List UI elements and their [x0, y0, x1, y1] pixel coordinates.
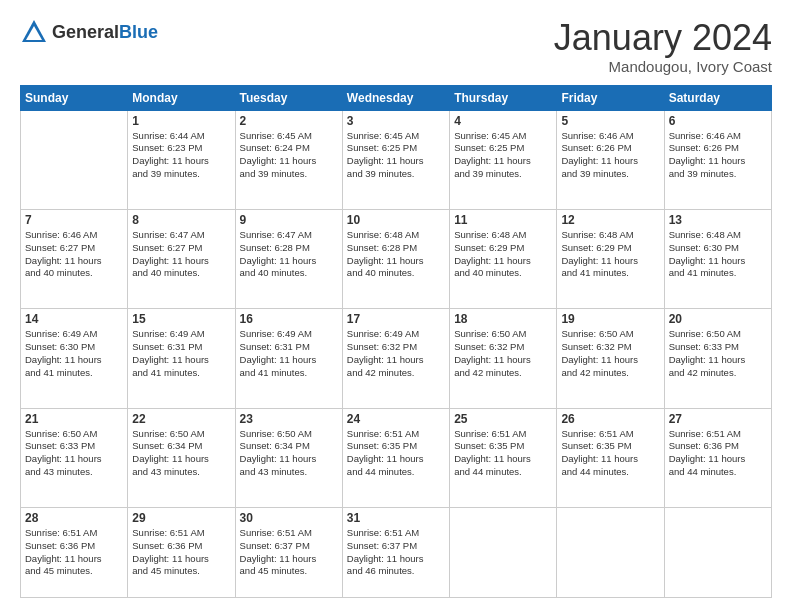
- table-row: 25Sunrise: 6:51 AMSunset: 6:35 PMDayligh…: [450, 408, 557, 507]
- page: GeneralBlue January 2024 Mandougou, Ivor…: [0, 0, 792, 612]
- table-row: 31Sunrise: 6:51 AMSunset: 6:37 PMDayligh…: [342, 508, 449, 598]
- col-sunday: Sunday: [21, 85, 128, 110]
- day-number: 18: [454, 312, 552, 326]
- day-info: Sunrise: 6:50 AMSunset: 6:32 PMDaylight:…: [454, 328, 552, 379]
- day-number: 11: [454, 213, 552, 227]
- col-wednesday: Wednesday: [342, 85, 449, 110]
- col-thursday: Thursday: [450, 85, 557, 110]
- day-number: 12: [561, 213, 659, 227]
- day-number: 29: [132, 511, 230, 525]
- day-number: 10: [347, 213, 445, 227]
- day-info: Sunrise: 6:48 AMSunset: 6:30 PMDaylight:…: [669, 229, 767, 280]
- day-info: Sunrise: 6:51 AMSunset: 6:36 PMDaylight:…: [25, 527, 123, 578]
- day-number: 23: [240, 412, 338, 426]
- table-row: 26Sunrise: 6:51 AMSunset: 6:35 PMDayligh…: [557, 408, 664, 507]
- table-row: 28Sunrise: 6:51 AMSunset: 6:36 PMDayligh…: [21, 508, 128, 598]
- day-info: Sunrise: 6:45 AMSunset: 6:25 PMDaylight:…: [454, 130, 552, 181]
- day-info: Sunrise: 6:49 AMSunset: 6:31 PMDaylight:…: [132, 328, 230, 379]
- table-row: 6Sunrise: 6:46 AMSunset: 6:26 PMDaylight…: [664, 110, 771, 209]
- day-number: 28: [25, 511, 123, 525]
- day-info: Sunrise: 6:51 AMSunset: 6:37 PMDaylight:…: [347, 527, 445, 578]
- table-row: 1Sunrise: 6:44 AMSunset: 6:23 PMDaylight…: [128, 110, 235, 209]
- day-number: 2: [240, 114, 338, 128]
- table-row: 5Sunrise: 6:46 AMSunset: 6:26 PMDaylight…: [557, 110, 664, 209]
- day-number: 4: [454, 114, 552, 128]
- day-info: Sunrise: 6:46 AMSunset: 6:26 PMDaylight:…: [669, 130, 767, 181]
- table-row: 10Sunrise: 6:48 AMSunset: 6:28 PMDayligh…: [342, 209, 449, 308]
- logo: GeneralBlue: [20, 18, 158, 46]
- table-row: 20Sunrise: 6:50 AMSunset: 6:33 PMDayligh…: [664, 309, 771, 408]
- day-number: 24: [347, 412, 445, 426]
- day-info: Sunrise: 6:51 AMSunset: 6:35 PMDaylight:…: [454, 428, 552, 479]
- table-row: 8Sunrise: 6:47 AMSunset: 6:27 PMDaylight…: [128, 209, 235, 308]
- day-info: Sunrise: 6:50 AMSunset: 6:32 PMDaylight:…: [561, 328, 659, 379]
- table-row: 17Sunrise: 6:49 AMSunset: 6:32 PMDayligh…: [342, 309, 449, 408]
- table-row: 29Sunrise: 6:51 AMSunset: 6:36 PMDayligh…: [128, 508, 235, 598]
- table-row: 18Sunrise: 6:50 AMSunset: 6:32 PMDayligh…: [450, 309, 557, 408]
- calendar-header-row: Sunday Monday Tuesday Wednesday Thursday…: [21, 85, 772, 110]
- day-number: 1: [132, 114, 230, 128]
- table-row: 11Sunrise: 6:48 AMSunset: 6:29 PMDayligh…: [450, 209, 557, 308]
- day-info: Sunrise: 6:51 AMSunset: 6:35 PMDaylight:…: [347, 428, 445, 479]
- location-title: Mandougou, Ivory Coast: [554, 58, 772, 75]
- table-row: 16Sunrise: 6:49 AMSunset: 6:31 PMDayligh…: [235, 309, 342, 408]
- day-info: Sunrise: 6:50 AMSunset: 6:33 PMDaylight:…: [669, 328, 767, 379]
- day-number: 21: [25, 412, 123, 426]
- table-row: 23Sunrise: 6:50 AMSunset: 6:34 PMDayligh…: [235, 408, 342, 507]
- day-info: Sunrise: 6:51 AMSunset: 6:35 PMDaylight:…: [561, 428, 659, 479]
- logo-text: GeneralBlue: [52, 22, 158, 43]
- day-number: 9: [240, 213, 338, 227]
- day-info: Sunrise: 6:49 AMSunset: 6:31 PMDaylight:…: [240, 328, 338, 379]
- day-info: Sunrise: 6:49 AMSunset: 6:32 PMDaylight:…: [347, 328, 445, 379]
- day-number: 25: [454, 412, 552, 426]
- day-info: Sunrise: 6:51 AMSunset: 6:36 PMDaylight:…: [669, 428, 767, 479]
- day-info: Sunrise: 6:48 AMSunset: 6:29 PMDaylight:…: [454, 229, 552, 280]
- day-number: 31: [347, 511, 445, 525]
- day-info: Sunrise: 6:48 AMSunset: 6:29 PMDaylight:…: [561, 229, 659, 280]
- day-number: 14: [25, 312, 123, 326]
- generalblue-logo-icon: [20, 18, 48, 46]
- col-saturday: Saturday: [664, 85, 771, 110]
- day-info: Sunrise: 6:50 AMSunset: 6:33 PMDaylight:…: [25, 428, 123, 479]
- table-row: [664, 508, 771, 598]
- table-row: 27Sunrise: 6:51 AMSunset: 6:36 PMDayligh…: [664, 408, 771, 507]
- day-info: Sunrise: 6:49 AMSunset: 6:30 PMDaylight:…: [25, 328, 123, 379]
- col-friday: Friday: [557, 85, 664, 110]
- day-number: 3: [347, 114, 445, 128]
- table-row: [21, 110, 128, 209]
- table-row: 9Sunrise: 6:47 AMSunset: 6:28 PMDaylight…: [235, 209, 342, 308]
- table-row: [450, 508, 557, 598]
- day-info: Sunrise: 6:45 AMSunset: 6:24 PMDaylight:…: [240, 130, 338, 181]
- calendar-table: Sunday Monday Tuesday Wednesday Thursday…: [20, 85, 772, 598]
- day-number: 26: [561, 412, 659, 426]
- day-number: 5: [561, 114, 659, 128]
- day-info: Sunrise: 6:44 AMSunset: 6:23 PMDaylight:…: [132, 130, 230, 181]
- logo-general: General: [52, 22, 119, 42]
- table-row: 7Sunrise: 6:46 AMSunset: 6:27 PMDaylight…: [21, 209, 128, 308]
- table-row: 21Sunrise: 6:50 AMSunset: 6:33 PMDayligh…: [21, 408, 128, 507]
- day-number: 6: [669, 114, 767, 128]
- day-info: Sunrise: 6:47 AMSunset: 6:28 PMDaylight:…: [240, 229, 338, 280]
- day-info: Sunrise: 6:47 AMSunset: 6:27 PMDaylight:…: [132, 229, 230, 280]
- day-number: 7: [25, 213, 123, 227]
- table-row: [557, 508, 664, 598]
- table-row: 4Sunrise: 6:45 AMSunset: 6:25 PMDaylight…: [450, 110, 557, 209]
- title-block: January 2024 Mandougou, Ivory Coast: [554, 18, 772, 75]
- day-number: 22: [132, 412, 230, 426]
- table-row: 13Sunrise: 6:48 AMSunset: 6:30 PMDayligh…: [664, 209, 771, 308]
- col-monday: Monday: [128, 85, 235, 110]
- day-number: 30: [240, 511, 338, 525]
- day-number: 27: [669, 412, 767, 426]
- table-row: 19Sunrise: 6:50 AMSunset: 6:32 PMDayligh…: [557, 309, 664, 408]
- day-number: 16: [240, 312, 338, 326]
- day-info: Sunrise: 6:50 AMSunset: 6:34 PMDaylight:…: [240, 428, 338, 479]
- header: GeneralBlue January 2024 Mandougou, Ivor…: [20, 18, 772, 75]
- day-number: 20: [669, 312, 767, 326]
- day-number: 15: [132, 312, 230, 326]
- day-info: Sunrise: 6:48 AMSunset: 6:28 PMDaylight:…: [347, 229, 445, 280]
- logo-blue: Blue: [119, 22, 158, 42]
- table-row: 12Sunrise: 6:48 AMSunset: 6:29 PMDayligh…: [557, 209, 664, 308]
- col-tuesday: Tuesday: [235, 85, 342, 110]
- day-info: Sunrise: 6:46 AMSunset: 6:26 PMDaylight:…: [561, 130, 659, 181]
- table-row: 15Sunrise: 6:49 AMSunset: 6:31 PMDayligh…: [128, 309, 235, 408]
